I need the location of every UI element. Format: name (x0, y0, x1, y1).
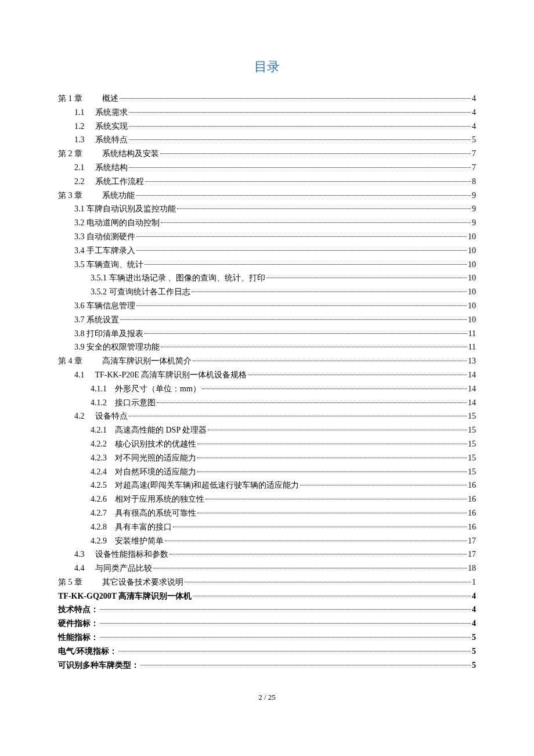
toc-entry[interactable]: 4.2.6相对于应用系统的独立性16 (58, 492, 476, 506)
toc-leader-dots (153, 568, 467, 568)
toc-entry-number: 3.7 (74, 313, 85, 327)
toc-entry[interactable]: 4.2.4对自然环境的适应能力15 (58, 465, 476, 479)
toc-entry-page: 4 (472, 603, 476, 617)
toc-leader-dots (161, 347, 467, 347)
toc-entry-page: 1 (472, 575, 476, 589)
toc-entry-text: 具有丰富的接口 (115, 523, 172, 531)
toc-leader-dots (192, 291, 467, 292)
toc-entry[interactable]: 3.5 车辆查询、统计10 (58, 258, 476, 272)
toc-entry-label: 3.5 车辆查询、统计 (58, 258, 143, 272)
toc-entry[interactable]: 4.2.2核心识别技术的优越性15 (58, 437, 476, 451)
toc-entry[interactable]: 3.4 手工车牌录入10 (58, 244, 476, 258)
toc-entry-text: 概述 (102, 94, 118, 103)
toc-entry[interactable]: 4.2.8具有丰富的接口16 (58, 520, 476, 534)
toc-entry[interactable]: 3.6 车辆信息管理10 (58, 299, 476, 313)
toc-entry[interactable]: 第 5 章其它设备技术要求说明1 (58, 575, 476, 589)
toc-entry[interactable]: 性能指标：5 (58, 631, 476, 645)
toc-entry[interactable]: 4.2设备特点15 (58, 409, 476, 423)
toc-entry-text: 系统特点 (95, 135, 128, 144)
toc-leader-dots (129, 167, 471, 168)
toc-entry-page: 16 (468, 478, 476, 492)
toc-entry-number: 2.1 (74, 161, 85, 175)
toc-entry[interactable]: 第 2 章系统结构及安装7 (58, 147, 476, 161)
toc-entry-label: 4.4与同类产品比较 (58, 561, 152, 575)
toc-entry-page: 11 (468, 340, 476, 354)
toc-entry-text: 车牌自动识别及监控功能 (85, 204, 176, 213)
toc-entry[interactable]: 2.1系统结构7 (58, 161, 476, 175)
toc-entry-number: 第 3 章 (58, 189, 82, 203)
toc-entry[interactable]: 4.2.3对不同光照的适应能力15 (58, 451, 476, 465)
toc-entry[interactable]: 4.1.2接口示意图14 (58, 396, 476, 410)
toc-entry-label: 3.8 打印清单及报表 (58, 327, 143, 341)
toc-entry[interactable]: 第 4 章高清车牌识别一体机简介13 (58, 354, 476, 368)
toc-entry[interactable]: 可识别多种车牌类型：5 (58, 658, 476, 672)
toc-entry[interactable]: 3.7 系统设置10 (58, 313, 476, 327)
toc-entry-page: 16 (468, 492, 476, 506)
toc-entry-label: 4.1.1外形尺寸（单位：mm） (58, 382, 201, 396)
toc-entry[interactable]: 技术特点：4 (58, 603, 476, 617)
toc-entry-label: 第 2 章系统结构及安装 (58, 147, 159, 161)
toc-entry-page: 11 (468, 327, 476, 341)
toc-entry-text: 车辆进出场记录 、图像的查询、统计、打印 (107, 273, 265, 282)
toc-entry[interactable]: 1.1系统需求4 (58, 106, 476, 120)
toc-leader-dots (129, 126, 471, 127)
toc-entry-number: 3.5 (74, 258, 85, 272)
toc-entry-text: 对不同光照的适应能力 (115, 453, 196, 462)
toc-entry-page: 8 (472, 175, 476, 189)
toc-entry-text: 核心识别技术的优越性 (115, 440, 196, 448)
toc-entry[interactable]: 3.5.2 可查询统计各工作日志10 (58, 285, 476, 299)
toc-entry[interactable]: 第 1 章概述4 (58, 92, 476, 106)
toc-entry-label: 4.1.2接口示意图 (58, 396, 156, 410)
toc-leader-dots (205, 499, 467, 499)
toc-entry-text: 自动侦测硬件 (85, 232, 136, 241)
toc-entry[interactable]: 1.3系统特点5 (58, 133, 476, 147)
toc-entry[interactable]: 4.2.7具有很高的系统可靠性16 (58, 506, 476, 520)
toc-entry[interactable]: 3.9 安全的权限管理功能11 (58, 340, 476, 354)
toc-entry[interactable]: 4.3设备性能指标和参数17 (58, 548, 476, 561)
toc-leader-dots (266, 278, 467, 278)
toc-entry-number: 4.2.8 (91, 520, 107, 534)
toc-entry[interactable]: 3.3 自动侦测硬件10 (58, 230, 476, 244)
toc-entry[interactable]: 3.1 车牌自动识别及监控功能9 (58, 202, 476, 216)
toc-entry[interactable]: TF-KK-GQ200T 高清车牌识别一体机4 (58, 589, 476, 603)
toc-entry-text: 可查询统计各工作日志 (107, 287, 190, 296)
toc-entry[interactable]: 1.2系统实现4 (58, 120, 476, 134)
toc-leader-dots (100, 637, 471, 638)
toc-leader-dots (136, 305, 467, 306)
toc-entry-page: 4 (472, 120, 476, 134)
toc-entry-label: 3.7 系统设置 (58, 313, 119, 327)
toc-leader-dots (136, 236, 467, 237)
toc-leader-dots (129, 112, 471, 113)
toc-entry-page: 4 (472, 589, 476, 603)
toc-entry-text: 技术特点： (58, 605, 99, 614)
toc-entry[interactable]: 4.1.1外形尺寸（单位：mm）14 (58, 382, 476, 396)
toc-entry[interactable]: 电气/环境指标：5 (58, 645, 476, 658)
toc-entry-page: 10 (468, 299, 476, 313)
toc-entry-number: 3.4 (74, 244, 85, 258)
toc-entry[interactable]: 3.2 电动道闸的自动控制9 (58, 216, 476, 230)
toc-entry-page: 15 (468, 409, 476, 423)
toc-entry-number: 4.2.9 (91, 534, 107, 548)
toc-leader-dots (145, 333, 467, 334)
toc-entry-number: 4.4 (74, 561, 85, 575)
toc-entry[interactable]: 3.8 打印清单及报表11 (58, 327, 476, 341)
toc-leader-dots (248, 375, 467, 375)
toc-entry[interactable]: 3.5.1 车辆进出场记录 、图像的查询、统计、打印10 (58, 271, 476, 285)
toc-leader-dots (165, 541, 467, 541)
toc-entry[interactable]: 2.2系统工作流程8 (58, 175, 476, 189)
toc-entry-page: 9 (472, 202, 476, 216)
toc-entry-page: 14 (468, 396, 476, 410)
toc-entry[interactable]: 4.4与同类产品比较18 (58, 561, 476, 575)
toc-entry[interactable]: 4.1TF-KK-P20E 高清车牌识别一体机设备规格14 (58, 368, 476, 382)
toc-entry-text: 系统设置 (85, 315, 120, 324)
toc-entry[interactable]: 4.2.5对超高速(即闯关车辆)和超低速行驶车辆的适应能力16 (58, 478, 476, 492)
toc-entry-label: 4.2.3对不同光照的适应能力 (58, 451, 196, 465)
toc-entry[interactable]: 硬件指标：4 (58, 617, 476, 631)
toc-entry[interactable]: 4.2.9安装维护简单17 (58, 534, 476, 548)
toc-entry[interactable]: 4.2.1高速高性能的 DSP 处理器15 (58, 423, 476, 437)
toc-entry[interactable]: 第 3 章系统功能9 (58, 189, 476, 203)
toc-entry-page: 17 (468, 534, 476, 548)
toc-entry-number: 4.2.5 (91, 478, 107, 492)
page-footer: 2 / 25 (58, 693, 476, 702)
toc-entry-text: 可识别多种车牌类型： (58, 661, 139, 669)
